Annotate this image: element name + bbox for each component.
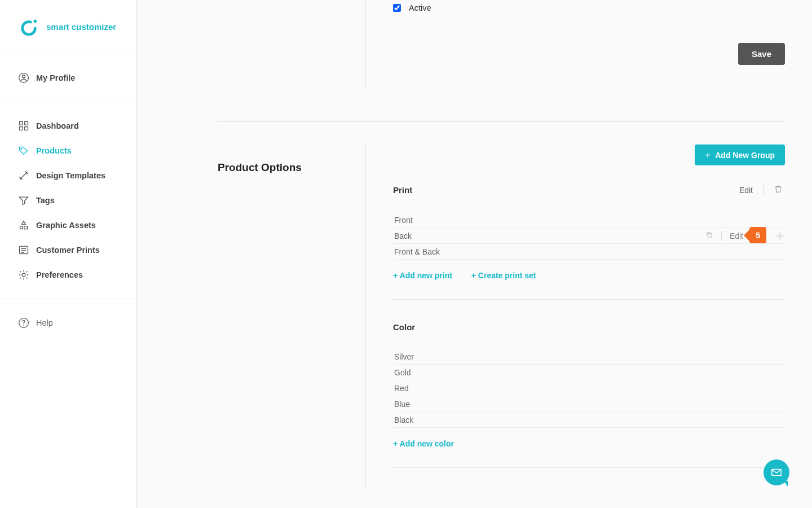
nav-label: Tags — [36, 196, 55, 205]
group-edit-link[interactable]: Edit — [739, 186, 753, 195]
option-label: Back — [394, 231, 412, 240]
option-label: Front — [394, 216, 413, 225]
option-row[interactable]: Silver — [393, 349, 785, 365]
brand-name: smart customizer — [46, 22, 116, 32]
drag-handle-icon[interactable] — [776, 232, 784, 242]
svg-rect-19 — [772, 470, 782, 476]
nav-dashboard[interactable]: Dashboard — [0, 113, 136, 138]
option-label: Black — [394, 415, 413, 424]
mail-icon — [770, 466, 783, 479]
separator — [721, 231, 722, 240]
ruler-pencil-icon — [18, 170, 29, 181]
save-button[interactable]: Save — [738, 43, 785, 65]
svg-rect-4 — [20, 122, 23, 125]
option-group-print: Print Edit Front Back — [393, 185, 785, 300]
nav-preferences[interactable]: Preferences — [0, 262, 136, 287]
option-label: Front & Back — [394, 247, 440, 256]
option-label: Silver — [394, 352, 414, 361]
nav-help-section: Help — [0, 299, 136, 347]
separator — [763, 185, 764, 195]
brand-logo-icon — [19, 17, 38, 37]
option-row[interactable]: Red — [393, 380, 785, 396]
list-icon — [18, 244, 29, 256]
svg-point-1 — [34, 19, 37, 23]
option-row[interactable]: Back Edit 5 — [393, 228, 785, 244]
svg-point-9 — [20, 226, 23, 229]
gear-icon — [18, 269, 29, 281]
nav-products[interactable]: Products — [0, 138, 136, 163]
svg-rect-5 — [25, 122, 28, 125]
group-quicklinks: + Add new color — [393, 439, 785, 448]
group-title: Color — [393, 322, 415, 332]
option-row[interactable]: Front & Back — [393, 244, 785, 260]
add-new-color-link[interactable]: + Add new color — [393, 439, 454, 448]
shapes-icon — [18, 220, 29, 231]
svg-point-3 — [23, 75, 25, 78]
button-label: Add New Group — [715, 151, 775, 160]
nav-label: Customer Prints — [36, 246, 100, 255]
nav-design-templates[interactable]: Design Templates — [0, 163, 136, 188]
step-callout: 5 — [744, 227, 766, 243]
duplicate-icon[interactable] — [705, 231, 713, 240]
svg-rect-18 — [708, 234, 712, 237]
active-checkbox-row[interactable]: Active — [393, 3, 785, 12]
plus-icon: + — [705, 150, 710, 160]
svg-rect-10 — [24, 226, 28, 229]
option-label: Gold — [394, 368, 411, 377]
sidebar: smart customizer My Profile Dashboard Pr… — [0, 0, 136, 508]
option-row[interactable]: Front — [393, 212, 785, 228]
row-edit-link[interactable]: Edit — [730, 231, 743, 240]
nav-main-section: Dashboard Products Design Templates Tags… — [0, 102, 136, 299]
section-title: Product Options — [218, 161, 365, 174]
section-divider — [218, 121, 785, 122]
help-circle-icon — [18, 317, 29, 329]
group-header-actions: Edit — [739, 185, 783, 195]
group-quicklinks: + Add new print + Create print set — [393, 271, 785, 280]
option-label: Red — [394, 384, 409, 393]
trash-icon[interactable] — [774, 185, 783, 195]
create-print-set-link[interactable]: + Create print set — [471, 271, 536, 280]
svg-rect-6 — [20, 127, 23, 130]
active-checkbox[interactable] — [393, 4, 401, 12]
nav-label: My Profile — [36, 73, 75, 82]
option-label: Blue — [394, 400, 410, 409]
group-title: Print — [393, 185, 412, 195]
nav-label: Help — [36, 318, 53, 327]
option-row[interactable]: Blue — [393, 396, 785, 412]
nav-my-profile[interactable]: My Profile — [0, 65, 136, 90]
funnel-icon — [18, 195, 29, 206]
add-new-group-button[interactable]: + Add New Group — [695, 144, 785, 165]
nav-label: Graphic Assets — [36, 221, 96, 230]
option-group-color: Color Silver Gold Red Blue Bl — [393, 322, 785, 468]
product-options-section: Product Options + Add New Group Print Ed… — [218, 144, 785, 491]
nav-help[interactable]: Help — [0, 310, 136, 335]
nav-label: Preferences — [36, 270, 83, 279]
active-label: Active — [409, 3, 431, 12]
contact-mail-button[interactable] — [764, 459, 789, 485]
row-actions: Edit — [705, 231, 748, 240]
svg-point-17 — [23, 325, 24, 326]
callout-number: 5 — [749, 227, 766, 243]
option-row[interactable]: Gold — [393, 365, 785, 380]
svg-point-8 — [21, 148, 22, 150]
option-row[interactable]: Black — [393, 412, 785, 428]
nav-label: Products — [36, 146, 72, 155]
brand-block: smart customizer — [0, 0, 136, 54]
user-circle-icon — [18, 72, 29, 84]
nav-tags[interactable]: Tags — [0, 188, 136, 213]
nav-graphic-assets[interactable]: Graphic Assets — [0, 213, 136, 238]
add-new-print-link[interactable]: + Add new print — [393, 271, 452, 280]
nav-label: Design Templates — [36, 171, 105, 180]
svg-rect-7 — [25, 127, 28, 130]
main-content: Active Save Product Options + Add New Gr… — [136, 0, 812, 508]
svg-point-0 — [23, 21, 36, 34]
nav-customer-prints[interactable]: Customer Prints — [0, 238, 136, 262]
nav-label: Dashboard — [36, 121, 79, 130]
tag-icon — [18, 145, 29, 156]
nav-profile-section: My Profile — [0, 54, 136, 102]
dashboard-icon — [18, 120, 29, 132]
svg-point-15 — [22, 273, 25, 277]
